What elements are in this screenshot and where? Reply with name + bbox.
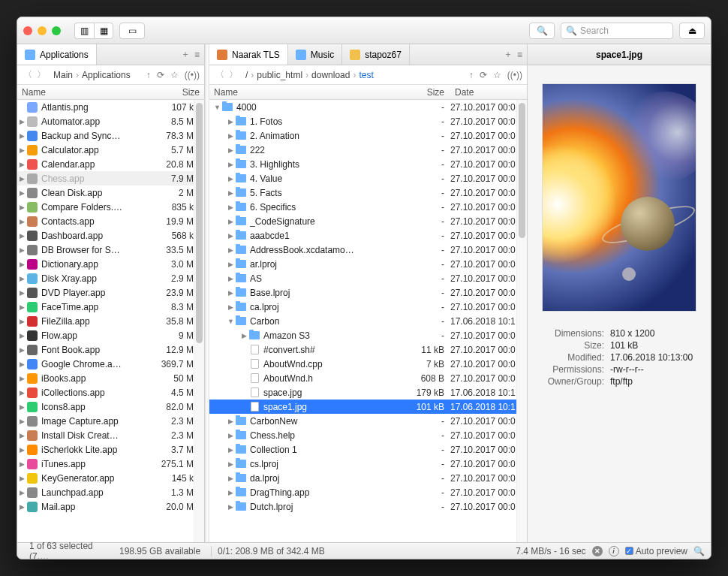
expander-icon[interactable]: ▶ bbox=[17, 475, 25, 482]
list-item[interactable]: ▶3. Highlights-27.10.2017 00:0 bbox=[209, 157, 527, 171]
breadcrumb-item[interactable]: / bbox=[245, 70, 248, 80]
tab-menu-button[interactable]: ≡ bbox=[517, 50, 522, 60]
sidebar-toggle-button[interactable]: ▥ bbox=[74, 23, 94, 39]
expander-icon[interactable]: ▶ bbox=[17, 418, 25, 425]
search-icon[interactable]: 🔍 bbox=[693, 546, 705, 556]
expander-icon[interactable]: ▶ bbox=[17, 261, 25, 268]
expander-icon[interactable]: ▶ bbox=[17, 189, 25, 197]
list-item[interactable]: ▶222-27.10.2017 00:0 bbox=[209, 143, 527, 157]
window-close-button[interactable] bbox=[23, 26, 32, 35]
list-item[interactable]: ▶cs.lproj-27.10.2017 00:0 bbox=[209, 457, 527, 471]
expander-icon[interactable]: ▶ bbox=[226, 475, 233, 482]
expander-icon[interactable]: ▶ bbox=[17, 303, 25, 311]
list-item[interactable]: ▶Compare Folders.…835 kB bbox=[17, 200, 204, 214]
list-item[interactable]: ▶Backup and Sync…78.3 MB bbox=[17, 128, 204, 143]
list-item[interactable]: ▶Icons8.app82.0 MB bbox=[17, 400, 204, 414]
expander-icon[interactable]: ▶ bbox=[17, 346, 25, 354]
expander-icon[interactable]: ▶ bbox=[226, 232, 233, 240]
star-icon[interactable]: ☆ bbox=[493, 70, 501, 80]
breadcrumb[interactable]: Main›Applications bbox=[53, 70, 143, 80]
add-tab-button[interactable]: ＋ bbox=[504, 48, 513, 61]
list-item[interactable]: ▶Chess.app7.9 MB bbox=[17, 171, 204, 185]
column-date[interactable]: Date bbox=[449, 87, 527, 98]
nav-back-button[interactable]: 〈 bbox=[214, 68, 226, 81]
expander-icon[interactable]: ▶ bbox=[17, 246, 25, 254]
list-item[interactable]: ▶Calculator.app5.7 MB bbox=[17, 143, 204, 157]
tab-menu-button[interactable]: ≡ bbox=[194, 50, 200, 60]
list-item[interactable]: ▶DragThing.app-27.10.2017 00:0 bbox=[209, 485, 527, 499]
column-name[interactable]: Name bbox=[209, 87, 402, 98]
presentation-button[interactable]: ▭ bbox=[119, 23, 145, 39]
eject-button[interactable]: ⏏ bbox=[679, 23, 705, 39]
scrollbar[interactable] bbox=[194, 100, 204, 542]
list-item[interactable]: ▶_CodeSignature-27.10.2017 00:0 bbox=[209, 214, 527, 228]
list-item[interactable]: ▶ar.lproj-27.10.2017 00:0 bbox=[209, 257, 527, 271]
up-icon[interactable]: ↑ bbox=[469, 70, 474, 80]
info-button[interactable]: i bbox=[609, 546, 619, 556]
breadcrumb-item[interactable]: download bbox=[311, 70, 350, 80]
cancel-transfer-button[interactable]: ✕ bbox=[592, 546, 603, 556]
list-item[interactable]: ▶Mail.app20.0 MB bbox=[17, 499, 204, 514]
list-item[interactable]: ▶Image Capture.app2.3 MB bbox=[17, 414, 204, 428]
tab-music[interactable]: Music bbox=[288, 44, 342, 65]
expander-icon[interactable]: ▶ bbox=[17, 460, 25, 468]
expander-icon[interactable]: ▶ bbox=[17, 503, 25, 511]
expander-icon[interactable]: ▶ bbox=[17, 289, 25, 297]
tab-naarak-tls[interactable]: Naarak TLS bbox=[209, 44, 288, 65]
panel-toggle-button[interactable]: ▦ bbox=[94, 23, 113, 39]
list-item[interactable]: ▶Chess.help-27.10.2017 00:0 bbox=[209, 428, 527, 442]
list-item[interactable]: ▶CarbonNew-27.10.2017 00:0 bbox=[209, 414, 527, 428]
expander-icon[interactable]: ▶ bbox=[226, 146, 233, 154]
expander-icon[interactable]: ▶ bbox=[17, 275, 25, 282]
expander-icon[interactable]: ▶ bbox=[17, 489, 25, 496]
expander-icon[interactable]: ▶ bbox=[17, 146, 25, 154]
list-item[interactable]: ▶FileZilla.app35.8 MB bbox=[17, 314, 204, 328]
list-item[interactable]: ▶Automator.app8.5 MB bbox=[17, 114, 204, 128]
star-icon[interactable]: ☆ bbox=[170, 70, 179, 80]
file-list[interactable]: ▼4000-27.10.2017 00:0▶1. Fotos-27.10.201… bbox=[209, 100, 527, 542]
list-item[interactable]: ▶FaceTime.app8.3 MB bbox=[17, 300, 204, 314]
expander-icon[interactable]: ▶ bbox=[226, 303, 233, 311]
breadcrumb[interactable]: /›public_html›download›test bbox=[245, 70, 466, 80]
expander-icon[interactable]: ▶ bbox=[17, 446, 25, 454]
expander-icon[interactable]: ▶ bbox=[226, 446, 233, 454]
list-item[interactable]: ▶Font Book.app12.9 MB bbox=[17, 342, 204, 357]
list-item[interactable]: ▶Calendar.app20.8 MB bbox=[17, 157, 204, 171]
expander-icon[interactable]: ▶ bbox=[226, 432, 233, 439]
expander-icon[interactable]: ▶ bbox=[17, 318, 25, 325]
list-item[interactable]: ▶Clean Disk.app2 MB bbox=[17, 185, 204, 200]
expander-icon[interactable]: ▼ bbox=[212, 104, 220, 111]
airdrop-icon[interactable]: ((•)) bbox=[507, 70, 522, 80]
column-size[interactable]: Size bbox=[158, 87, 204, 98]
list-item[interactable]: ▶Dashboard.app568 kB bbox=[17, 228, 204, 243]
expander-icon[interactable]: ▶ bbox=[17, 403, 25, 411]
expander-icon[interactable]: ▶ bbox=[226, 261, 233, 268]
breadcrumb-item[interactable]: Applications bbox=[82, 70, 131, 80]
refresh-icon[interactable]: ⟳ bbox=[157, 70, 164, 80]
expander-icon[interactable]: ▼ bbox=[226, 318, 233, 325]
window-zoom-button[interactable] bbox=[52, 26, 61, 35]
breadcrumb-item[interactable]: test bbox=[359, 70, 373, 80]
list-item[interactable]: ▶Amazon S3-27.10.2017 00:0 bbox=[209, 328, 527, 342]
expander-icon[interactable]: ▶ bbox=[17, 232, 25, 240]
expander-icon[interactable]: ▶ bbox=[17, 218, 25, 225]
expander-icon[interactable]: ▶ bbox=[17, 118, 25, 125]
expander-icon[interactable]: ▶ bbox=[17, 332, 25, 339]
expander-icon[interactable]: ▶ bbox=[226, 503, 233, 511]
expander-icon[interactable]: ▶ bbox=[17, 175, 25, 182]
list-item[interactable]: ▶da.lproj-27.10.2017 00:0 bbox=[209, 471, 527, 485]
list-item[interactable]: ▶DB Browser for S…33.5 MB bbox=[17, 243, 204, 257]
list-item[interactable]: ▶iTunes.app275.1 MB bbox=[17, 457, 204, 471]
expander-icon[interactable]: ▶ bbox=[17, 432, 25, 439]
list-item[interactable]: ▶iCollections.app4.5 MB bbox=[17, 385, 204, 400]
list-item[interactable]: ▶Disk Xray.app2.9 MB bbox=[17, 271, 204, 285]
list-item[interactable]: AboutWnd.cpp7 kB27.10.2017 00:0 bbox=[209, 357, 527, 371]
nav-forward-button[interactable]: 〉 bbox=[227, 68, 239, 81]
list-item[interactable]: ▶Flow.app9 MB bbox=[17, 328, 204, 342]
up-icon[interactable]: ↑ bbox=[146, 70, 151, 80]
list-item[interactable]: Atlantis.png107 kB bbox=[17, 100, 204, 114]
list-item[interactable]: ▼Carbon-17.06.2018 10:1 bbox=[209, 314, 527, 328]
list-item[interactable]: space1.jpg101 kB17.06.2018 10:1 bbox=[209, 400, 527, 414]
list-item[interactable]: AboutWnd.h608 B27.10.2017 00:0 bbox=[209, 371, 527, 385]
list-item[interactable]: ▶5. Facts-27.10.2017 00:0 bbox=[209, 185, 527, 200]
